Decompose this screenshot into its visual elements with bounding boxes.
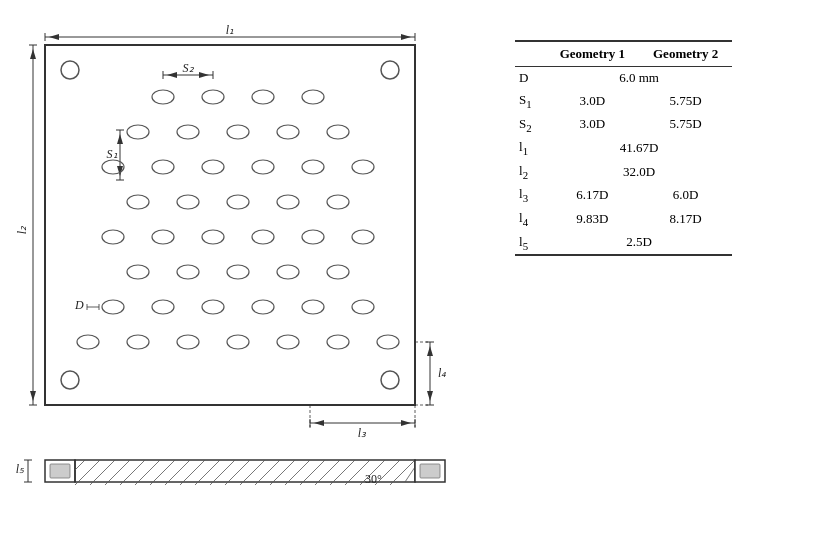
l4-label: l₄ xyxy=(438,366,446,380)
value-s1-g2: 5.75D xyxy=(639,89,732,113)
table-row: l5 2.5D xyxy=(515,231,732,256)
col-header-geom2: Geometry 2 xyxy=(639,41,732,67)
d-label: D xyxy=(74,298,84,312)
value-s1-g1: 3.0D xyxy=(546,89,639,113)
s2-label: S₂ xyxy=(183,61,195,75)
geometry-table: Geometry 1 Geometry 2 D 6.0 mm S1 3.0D 5… xyxy=(515,40,732,256)
table-row: D 6.0 mm xyxy=(515,67,732,90)
table-row: S2 3.0D 5.75D xyxy=(515,113,732,137)
value-s2-g1: 3.0D xyxy=(546,113,639,137)
param-l3: l3 xyxy=(515,183,546,207)
param-l4: l4 xyxy=(515,207,546,231)
s1-label: S₁ xyxy=(107,147,118,161)
svg-line-110 xyxy=(405,467,415,482)
main-plate xyxy=(45,45,415,405)
svg-marker-4 xyxy=(401,34,411,40)
svg-marker-79 xyxy=(314,420,324,426)
col-header-geom1: Geometry 1 xyxy=(546,41,639,67)
value-l3-g2: 6.0D xyxy=(639,183,732,207)
value-l4-g1: 9.83D xyxy=(546,207,639,231)
svg-marker-74 xyxy=(427,346,433,356)
svg-marker-3 xyxy=(49,34,59,40)
svg-marker-13 xyxy=(30,391,36,401)
l3-label: l₃ xyxy=(358,426,367,440)
value-l3-g1: 6.17D xyxy=(546,183,639,207)
table-row: S1 3.0D 5.75D xyxy=(515,89,732,113)
param-s2: S2 xyxy=(515,113,546,137)
engineering-diagram: l₁ l₂ S₂ xyxy=(15,15,485,505)
param-l2: l2 xyxy=(515,160,546,184)
value-l1: 41.67D xyxy=(546,136,733,160)
param-d: D xyxy=(515,67,546,90)
svg-marker-80 xyxy=(401,420,411,426)
svg-rect-112 xyxy=(50,464,70,478)
svg-marker-12 xyxy=(30,49,36,59)
value-d: 6.0 mm xyxy=(546,67,733,90)
value-l4-g2: 8.17D xyxy=(639,207,732,231)
l1-label: l₁ xyxy=(226,23,234,37)
diagram-section: l₁ l₂ S₂ xyxy=(5,10,495,538)
value-l5: 2.5D xyxy=(546,231,733,256)
svg-marker-75 xyxy=(427,391,433,401)
table-row: l4 9.83D 8.17D xyxy=(515,207,732,231)
svg-rect-113 xyxy=(420,464,440,478)
l5-label: l₅ xyxy=(16,462,25,476)
param-s1: S1 xyxy=(515,89,546,113)
value-s2-g2: 5.75D xyxy=(639,113,732,137)
svg-line-87 xyxy=(75,460,85,470)
table-section: Geometry 1 Geometry 2 D 6.0 mm S1 3.0D 5… xyxy=(495,10,809,538)
l2-label: l₂ xyxy=(15,225,29,234)
table-row: l2 32.0D xyxy=(515,160,732,184)
param-l1: l1 xyxy=(515,136,546,160)
angle-label: 30° xyxy=(365,472,382,486)
value-l2: 32.0D xyxy=(546,160,733,184)
table-row: l3 6.17D 6.0D xyxy=(515,183,732,207)
param-l5: l5 xyxy=(515,231,546,256)
main-container: l₁ l₂ S₂ xyxy=(0,0,814,548)
col-header-param xyxy=(515,41,546,67)
table-row: l1 41.67D xyxy=(515,136,732,160)
